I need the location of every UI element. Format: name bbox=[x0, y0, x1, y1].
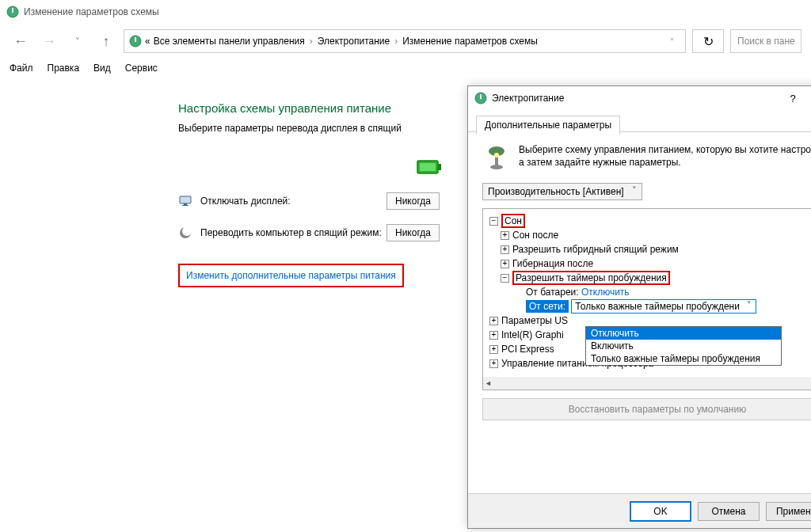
tree-sleep[interactable]: Сон bbox=[501, 214, 525, 228]
sleep-label: Переводить компьютер в спящий режим: bbox=[200, 227, 386, 238]
svg-rect-3 bbox=[135, 37, 136, 42]
nav-back[interactable]: ← bbox=[10, 30, 32, 52]
collapse-icon[interactable]: − bbox=[501, 274, 509, 283]
menu-edit[interactable]: Правка bbox=[48, 63, 80, 74]
search-input[interactable]: Поиск в пане bbox=[730, 29, 801, 53]
tree-hibernate-after[interactable]: Гибернация после bbox=[512, 258, 593, 269]
power-plan-select[interactable]: Производительность [Активен] bbox=[482, 183, 642, 200]
wake-ac-combo[interactable]: Только важные таймеры пробуждени bbox=[571, 299, 756, 314]
settings-tree: −Сон +Сон после +Разрешить гибридный спя… bbox=[482, 208, 811, 390]
breadcrumb-prefix: « bbox=[145, 36, 150, 47]
tab-strip: Дополнительные параметры bbox=[468, 110, 811, 132]
scroll-left-icon[interactable]: ◄ bbox=[483, 378, 493, 389]
wake-battery-label: От батареи: bbox=[526, 287, 579, 298]
wake-ac-dropdown: Отключить Включить Только важные таймеры… bbox=[585, 326, 782, 366]
tree-wake-timers[interactable]: Разрешить таймеры пробуждения bbox=[512, 271, 670, 285]
advanced-link-highlight: Изменить дополнительные параметры питани… bbox=[178, 264, 404, 287]
dropdown-option-important[interactable]: Только важные таймеры пробуждения bbox=[586, 352, 781, 365]
moon-icon bbox=[178, 226, 192, 240]
svg-point-11 bbox=[182, 226, 192, 236]
expand-icon[interactable]: + bbox=[501, 245, 509, 254]
dialog-footer: OK Отмена Применить bbox=[468, 493, 811, 528]
restore-defaults-button[interactable]: Восстановить параметры по умолчанию bbox=[482, 398, 811, 420]
dialog-title: Электропитание bbox=[492, 93, 777, 104]
dialog-description: Выберите схему управления питанием, кото… bbox=[519, 143, 811, 172]
menu-tools[interactable]: Сервис bbox=[125, 63, 158, 74]
expand-icon[interactable]: + bbox=[501, 231, 509, 240]
monitor-icon bbox=[178, 194, 192, 208]
apply-button[interactable]: Применить bbox=[766, 502, 811, 521]
chevron-right-icon: › bbox=[308, 36, 314, 47]
tree-hybrid-sleep[interactable]: Разрешить гибридный спящий режим bbox=[512, 244, 679, 255]
breadcrumb-item[interactable]: Все элементы панели управления bbox=[154, 36, 305, 47]
svg-rect-5 bbox=[438, 164, 441, 170]
menu-view[interactable]: Вид bbox=[93, 63, 111, 74]
expand-icon[interactable]: + bbox=[489, 359, 498, 368]
refresh-button[interactable]: ↻ bbox=[692, 29, 724, 53]
svg-point-16 bbox=[490, 165, 503, 169]
svg-rect-13 bbox=[480, 94, 482, 99]
nav-forward[interactable]: → bbox=[38, 30, 60, 52]
breadcrumb[interactable]: « Все элементы панели управления › Элект… bbox=[124, 29, 686, 53]
svg-rect-8 bbox=[184, 203, 187, 205]
sleep-value[interactable]: Никогда bbox=[386, 224, 440, 241]
power-options-icon bbox=[129, 35, 142, 48]
power-options-icon bbox=[474, 92, 487, 104]
nav-recent[interactable]: ˅ bbox=[67, 30, 89, 52]
dropdown-option-enable[interactable]: Включить bbox=[586, 340, 781, 352]
svg-rect-6 bbox=[420, 163, 436, 171]
explorer-titlebar: Изменение параметров схемы bbox=[0, 0, 811, 24]
wake-battery-value[interactable]: Отключить bbox=[581, 287, 630, 298]
dropdown-option-disable[interactable]: Отключить bbox=[586, 327, 781, 340]
expand-icon[interactable]: + bbox=[489, 317, 498, 325]
menu-bar: Файл Правка Вид Сервис bbox=[0, 59, 811, 78]
expand-icon[interactable]: + bbox=[501, 260, 509, 268]
dialog-body: Выберите схему управления питанием, кото… bbox=[468, 132, 811, 431]
lamp-icon bbox=[482, 143, 511, 172]
chevron-right-icon: › bbox=[393, 36, 399, 47]
power-options-icon bbox=[6, 6, 19, 18]
wake-ac-label: От сети: bbox=[526, 300, 569, 313]
svg-point-17 bbox=[494, 153, 499, 158]
svg-rect-9 bbox=[182, 205, 188, 206]
cancel-button[interactable]: Отмена bbox=[698, 502, 760, 521]
advanced-settings-link[interactable]: Изменить дополнительные параметры питани… bbox=[186, 270, 396, 281]
breadcrumb-item[interactable]: Электропитание bbox=[318, 36, 390, 47]
battery-icon bbox=[416, 158, 444, 177]
ok-button[interactable]: OK bbox=[630, 501, 691, 522]
window-title: Изменение параметров схемы bbox=[24, 6, 159, 17]
tree-usb[interactable]: Параметры US bbox=[501, 315, 568, 326]
chevron-down-icon[interactable]: ˅ bbox=[664, 37, 680, 46]
tree-pci-express[interactable]: PCI Express bbox=[501, 344, 554, 355]
expand-icon[interactable]: + bbox=[489, 345, 498, 354]
menu-file[interactable]: Файл bbox=[10, 63, 33, 74]
tree-sleep-after[interactable]: Сон после bbox=[512, 230, 558, 241]
help-button[interactable]: ? bbox=[777, 86, 809, 110]
dialog-titlebar: Электропитание ? ✕ bbox=[468, 86, 811, 110]
tree-intel-graphics[interactable]: Intel(R) Graphi bbox=[501, 329, 564, 340]
power-options-dialog: Электропитание ? ✕ Дополнительные параме… bbox=[467, 86, 811, 529]
nav-row: ← → ˅ ↑ « Все элементы панели управления… bbox=[0, 24, 811, 59]
display-off-value[interactable]: Никогда bbox=[386, 192, 440, 210]
tree-hscrollbar[interactable]: ◄ ► bbox=[483, 377, 811, 390]
collapse-icon[interactable]: − bbox=[489, 217, 498, 226]
display-off-label: Отключать дисплей: bbox=[200, 196, 386, 207]
svg-rect-7 bbox=[180, 196, 191, 203]
tab-advanced[interactable]: Дополнительные параметры bbox=[476, 116, 620, 135]
svg-rect-1 bbox=[12, 8, 13, 13]
breadcrumb-item[interactable]: Изменение параметров схемы bbox=[402, 36, 538, 47]
nav-up[interactable]: ↑ bbox=[95, 30, 117, 52]
expand-icon[interactable]: + bbox=[489, 331, 498, 340]
